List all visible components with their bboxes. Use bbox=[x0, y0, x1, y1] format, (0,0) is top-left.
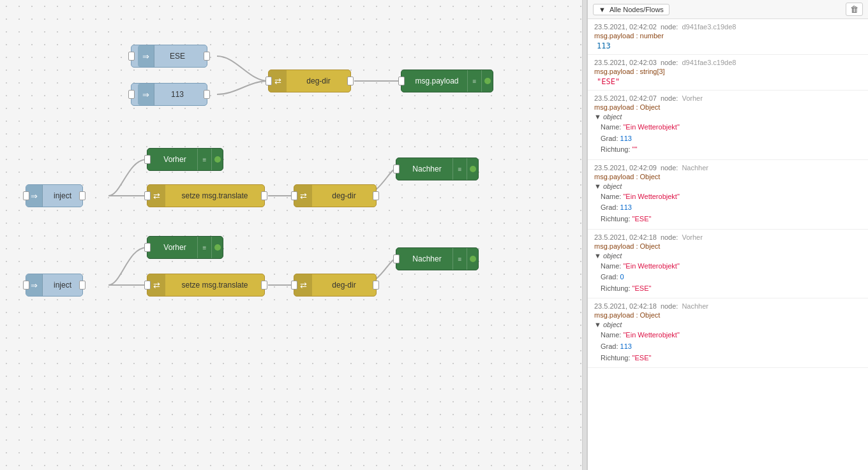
num-port-right bbox=[204, 90, 210, 99]
inject1-port-right bbox=[79, 191, 86, 200]
setze1-label: setze msg.translate bbox=[165, 191, 264, 200]
nachher1-node[interactable]: Nachher ≡ bbox=[396, 158, 479, 180]
debug-entry-header: 23.5.2021, 02:42:07 node: Vorher bbox=[594, 94, 862, 102]
debug-object-toggle[interactable]: ▼ object bbox=[594, 321, 862, 328]
debug-object-prop: Richtung: "ESE" bbox=[601, 283, 862, 295]
ese-port-left bbox=[128, 52, 135, 61]
nachher2-port-left bbox=[393, 254, 400, 263]
debug-filter-button[interactable]: ▼ Alle Nodes/Flows bbox=[593, 4, 670, 15]
debug-object-body: Name: "Ein Wetterobjekt" Grad: 113 Richt… bbox=[601, 191, 862, 225]
degdir-top-node[interactable]: ⇄ deg-dir bbox=[268, 70, 351, 92]
debug-entry-header: 23.5.2021, 02:42:02 node: d941fae3.c19de… bbox=[594, 23, 862, 31]
debug-object-toggle[interactable]: ▼ object bbox=[594, 182, 862, 190]
vorher1-node[interactable]: Vorher ≡ bbox=[147, 148, 223, 171]
inject1-label: inject bbox=[43, 191, 82, 200]
debug-object-body: Name: "Ein Wetterobjekt" Grad: 113 Richt… bbox=[601, 122, 862, 156]
vorher2-port-left bbox=[144, 243, 151, 252]
inject2-port-left bbox=[23, 281, 29, 290]
ese-port-right bbox=[204, 52, 210, 61]
msgpayload-debug-icon[interactable]: ≡ bbox=[467, 70, 481, 92]
setze2-port-left bbox=[144, 281, 151, 290]
nachher2-label: Nachher bbox=[396, 254, 453, 263]
degdir3-label: deg-dir bbox=[312, 281, 376, 290]
setze2-port-right bbox=[261, 281, 267, 290]
debug-entry[interactable]: 23.5.2021, 02:42:09 node: Nachher msg.pa… bbox=[588, 160, 868, 230]
nachher2-node[interactable]: Nachher ≡ bbox=[396, 247, 479, 270]
setze1-port-right bbox=[261, 191, 267, 200]
degdir3-port-right bbox=[373, 281, 379, 290]
debug-object-prop: Name: "Ein Wetterobjekt" bbox=[601, 330, 862, 341]
debug-entries-list[interactable]: 23.5.2021, 02:42:02 node: d941fae3.c19de… bbox=[588, 19, 868, 470]
debug-object-prop: Richtung: "ESE" bbox=[601, 214, 862, 225]
debug-clear-button[interactable]: 🗑 bbox=[846, 3, 863, 16]
debug-entry-header: 23.5.2021, 02:42:03 node: d941fae3.c19de… bbox=[594, 59, 862, 66]
vorher2-label: Vorher bbox=[147, 243, 197, 252]
debug-object-toggle[interactable]: ▼ object bbox=[594, 113, 862, 121]
degdir-top-port-left bbox=[266, 77, 272, 85]
degdir2-node[interactable]: ⇄ deg-dir bbox=[294, 184, 377, 207]
degdir2-label: deg-dir bbox=[312, 191, 376, 200]
debug-entry-type: msg.payload : Object bbox=[594, 242, 862, 250]
debug-object-body: Name: "Ein Wetterobjekt" Grad: 0 Richtun… bbox=[601, 261, 862, 295]
debug-entry[interactable]: 23.5.2021, 02:42:18 node: Vorher msg.pay… bbox=[588, 230, 868, 299]
debug-object-prop: Grad: 113 bbox=[601, 202, 862, 214]
nachher2-debug-icon[interactable]: ≡ bbox=[453, 248, 467, 270]
debug-entry[interactable]: 23.5.2021, 02:42:03 node: d941fae3.c19de… bbox=[588, 55, 868, 91]
degdir-top-port-right bbox=[347, 77, 354, 85]
filter-label: Alle Nodes/Flows bbox=[610, 6, 664, 13]
debug-entry-type: msg.payload : Object bbox=[594, 103, 862, 111]
ese-label: ESE bbox=[154, 52, 200, 61]
vorher1-port-left bbox=[144, 155, 151, 164]
nachher1-label: Nachher bbox=[396, 165, 453, 173]
setze2-node[interactable]: ⇄ setze msg.translate bbox=[147, 274, 265, 297]
num-port-left bbox=[128, 90, 135, 99]
degdir3-port-left bbox=[291, 281, 297, 290]
debug-entry-header: 23.5.2021, 02:42:18 node: Vorher bbox=[594, 233, 862, 241]
degdir2-port-left bbox=[291, 191, 297, 200]
inject1-port-left bbox=[23, 191, 29, 200]
inject2-label: inject bbox=[43, 281, 82, 290]
nachher1-debug-icon[interactable]: ≡ bbox=[453, 158, 467, 180]
debug-entry-value: 113 bbox=[597, 41, 862, 50]
debug-object-prop: Grad: 113 bbox=[601, 133, 862, 145]
debug-entry-header: 23.5.2021, 02:42:18 node: Nachher bbox=[594, 302, 862, 310]
setze2-label: setze msg.translate bbox=[165, 281, 264, 290]
ese-node[interactable]: ⇒ ESE bbox=[131, 45, 207, 68]
debug-object-toggle[interactable]: ▼ object bbox=[594, 252, 862, 260]
debug-object-prop: Name: "Ein Wetterobjekt" bbox=[601, 261, 862, 272]
debug-entry-type: msg.payload : Object bbox=[594, 173, 862, 180]
debug-entry[interactable]: 23.5.2021, 02:42:18 node: Nachher msg.pa… bbox=[588, 298, 868, 368]
msgpayload-port-left bbox=[398, 77, 405, 85]
inject2-port-right bbox=[79, 281, 86, 290]
inject1-node[interactable]: ⇒ inject bbox=[26, 184, 83, 207]
num-label: 113 bbox=[154, 90, 200, 99]
flow-canvas[interactable]: ⇒ ESE ⇒ 113 ⇄ deg-dir msg.payload ≡ bbox=[0, 0, 582, 470]
setze1-port-left bbox=[144, 191, 151, 200]
debug-object-body: Name: "Ein Wetterobjekt" Grad: 113 Richt… bbox=[601, 330, 862, 364]
vorher2-debug-icon[interactable]: ≡ bbox=[197, 237, 211, 258]
debug-entry-type: msg.payload : number bbox=[594, 32, 862, 40]
debug-entry-header: 23.5.2021, 02:42:09 node: Nachher bbox=[594, 164, 862, 172]
debug-entry[interactable]: 23.5.2021, 02:42:07 node: Vorher msg.pay… bbox=[588, 91, 868, 160]
debug-entry-value: "ESE" bbox=[597, 77, 862, 86]
debug-object-prop: Name: "Ein Wetterobjekt" bbox=[601, 122, 862, 133]
filter-icon: ▼ bbox=[599, 6, 606, 13]
num-node[interactable]: ⇒ 113 bbox=[131, 83, 207, 106]
debug-entry[interactable]: 23.5.2021, 02:42:02 node: d941fae3.c19de… bbox=[588, 19, 868, 55]
debug-object-prop: Richtung: "ESE" bbox=[601, 353, 862, 364]
vorher1-debug-icon[interactable]: ≡ bbox=[197, 149, 211, 170]
msgpayload-label: msg.payload bbox=[401, 77, 467, 85]
trash-icon: 🗑 bbox=[850, 4, 858, 14]
debug-header: ▼ Alle Nodes/Flows 🗑 bbox=[588, 0, 868, 19]
debug-entry-type: msg.payload : Object bbox=[594, 311, 862, 319]
nachher1-port-left bbox=[393, 165, 400, 173]
vorher2-node[interactable]: Vorher ≡ bbox=[147, 236, 223, 259]
inject2-node[interactable]: ⇒ inject bbox=[26, 274, 83, 297]
setze1-node[interactable]: ⇄ setze msg.translate bbox=[147, 184, 265, 207]
debug-object-prop: Richtung: "" bbox=[601, 144, 862, 156]
debug-panel: ▼ Alle Nodes/Flows 🗑 23.5.2021, 02:42:02… bbox=[587, 0, 868, 470]
degdir3-node[interactable]: ⇄ deg-dir bbox=[294, 274, 377, 297]
degdir2-port-right bbox=[373, 191, 379, 200]
msgpayload-node[interactable]: msg.payload ≡ bbox=[401, 70, 493, 92]
vorher1-label: Vorher bbox=[147, 155, 197, 164]
